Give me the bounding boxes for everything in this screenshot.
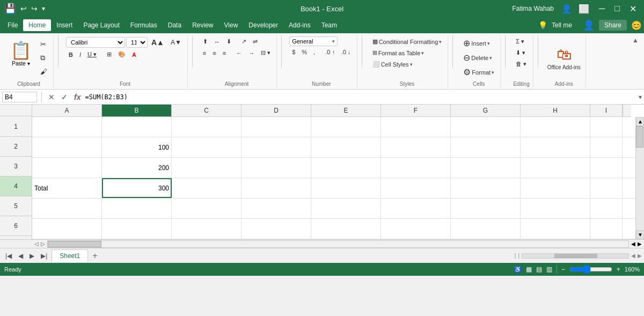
cell-c4[interactable] (172, 178, 241, 198)
italic-button[interactable]: I (77, 50, 84, 60)
h-scroll-left[interactable]: ◁ (34, 241, 39, 247)
number-format-select[interactable]: General ▾ (289, 36, 338, 46)
cell-e3[interactable] (311, 158, 381, 178)
copy-button[interactable]: ⧉ (38, 52, 50, 64)
menu-view[interactable]: View (219, 19, 244, 31)
sheet-tab-sheet1[interactable]: Sheet1 (52, 249, 88, 262)
borders-button[interactable]: ⊞ (104, 49, 114, 60)
increase-indent-button[interactable]: → (246, 48, 257, 58)
corner-header[interactable] (0, 105, 32, 116)
close-button[interactable]: ✕ (626, 3, 640, 15)
confirm-formula-button[interactable]: ✓ (59, 93, 70, 101)
vertical-scrollbar[interactable]: ▲ ▼ (635, 117, 644, 239)
align-bottom-button[interactable]: ⬇ (224, 36, 234, 47)
cell-e1[interactable] (311, 117, 381, 137)
cell-i4[interactable] (590, 178, 623, 198)
sheet-tab-prev-button[interactable]: ◀ (15, 251, 26, 261)
cell-h1[interactable] (521, 117, 590, 137)
cell-g6[interactable] (451, 219, 521, 239)
formula-input[interactable] (85, 93, 636, 101)
cell-i3[interactable] (590, 158, 623, 178)
cell-h4[interactable] (521, 178, 590, 198)
fill-color-button[interactable]: 🎨 (115, 49, 128, 60)
view-page-break-button[interactable]: ▥ (546, 266, 552, 273)
row-header-6[interactable]: 6 (0, 216, 32, 236)
cell-c3[interactable] (172, 158, 241, 178)
col-header-c[interactable]: C (172, 105, 241, 116)
scroll-down-button[interactable]: ▼ (636, 230, 644, 239)
cell-g5[interactable] (451, 199, 521, 218)
comma-button[interactable]: , (311, 47, 318, 57)
cell-b5[interactable] (102, 199, 172, 218)
cell-i6[interactable] (590, 219, 623, 239)
profile-icon[interactable]: 👤 (561, 4, 572, 14)
align-right-button[interactable]: ≡ (220, 48, 229, 58)
collapse-ribbon-button[interactable]: ▲ (632, 36, 639, 44)
cell-d2[interactable] (241, 137, 311, 157)
accessibility-icon[interactable]: ♿ (514, 266, 522, 273)
undo-icon[interactable]: ↩ (20, 4, 27, 13)
ribbon-display-options[interactable]: ⬜ (575, 3, 592, 15)
decrease-indent-button[interactable]: ← (233, 48, 245, 58)
maximize-button[interactable]: □ (611, 3, 623, 14)
formula-expand-button[interactable]: ▾ (639, 93, 642, 101)
row-header-3[interactable]: 3 (0, 157, 32, 177)
decrease-decimal-button[interactable]: .0 ↓ (339, 47, 354, 57)
sheet-tab-first-button[interactable]: |◀ (2, 251, 15, 261)
cell-a2[interactable] (32, 137, 102, 157)
cell-h6[interactable] (521, 219, 590, 239)
cut-button[interactable]: ✂ (38, 39, 50, 50)
font-color-button[interactable]: A (129, 50, 139, 60)
grow-font-button[interactable]: A▲ (149, 36, 167, 48)
insert-function-button[interactable]: fx (72, 93, 83, 101)
clear-button[interactable]: 🗑 ▾ (513, 59, 529, 69)
cell-f6[interactable] (381, 219, 451, 239)
page-scroll-right[interactable]: ▶ (638, 253, 642, 259)
h-scroll-right[interactable]: ▷ (41, 241, 45, 247)
cell-a5[interactable] (32, 199, 102, 218)
menu-developer[interactable]: Developer (243, 19, 283, 31)
font-name-select[interactable]: Calibri (66, 37, 125, 48)
cell-reference-box[interactable]: B4 (2, 92, 37, 102)
tell-me-label[interactable]: Tell me (552, 21, 572, 29)
menu-data[interactable]: Data (163, 19, 187, 31)
cell-f1[interactable] (381, 117, 451, 137)
cell-b2[interactable]: 100 (102, 137, 172, 157)
row-header-4[interactable]: 4 (0, 177, 32, 196)
col-header-d[interactable]: D (241, 105, 311, 116)
cancel-formula-button[interactable]: ✕ (46, 93, 57, 101)
office-add-ins-button[interactable]: 🛍 Office Add-ins (546, 41, 582, 75)
cell-d4[interactable] (241, 178, 311, 198)
minimize-button[interactable]: ─ (596, 3, 608, 14)
underline-button[interactable]: U ▾ (85, 49, 99, 60)
zoom-slider[interactable] (569, 265, 612, 274)
format-as-table-button[interactable]: ⊞ Format as Table ▾ (370, 48, 427, 58)
fill-button[interactable]: ⬇ ▾ (513, 48, 528, 58)
menu-formulas[interactable]: Formulas (125, 19, 163, 31)
delete-cells-button[interactable]: ⊖ Delete ▾ (460, 51, 495, 64)
cell-c6[interactable] (172, 219, 241, 239)
col-header-f[interactable]: F (381, 105, 451, 116)
percent-button[interactable]: % (299, 47, 310, 57)
more-commands-icon[interactable]: ▾ (42, 5, 45, 12)
col-header-g[interactable]: G (451, 105, 521, 116)
cell-h2[interactable] (521, 137, 590, 157)
scroll-thumb[interactable] (636, 126, 643, 148)
cell-f5[interactable] (381, 199, 451, 218)
cell-c5[interactable] (172, 199, 241, 218)
page-scroll-left[interactable]: ◀ (631, 253, 635, 259)
format-cells-button[interactable]: ⚙ Format ▾ (460, 65, 497, 79)
row-header-2[interactable]: 2 (0, 137, 32, 157)
menu-review[interactable]: Review (187, 19, 218, 31)
menu-file[interactable]: File (2, 19, 23, 31)
cell-h5[interactable] (521, 199, 590, 218)
zoom-in-button[interactable]: + (617, 266, 620, 273)
menu-team[interactable]: Team (316, 19, 342, 31)
cell-c2[interactable] (172, 137, 241, 157)
col-header-e[interactable]: E (311, 105, 381, 116)
zoom-out-button[interactable]: − (561, 266, 565, 273)
cell-g2[interactable] (451, 137, 521, 157)
sheet-tab-last-button[interactable]: ▶| (38, 251, 50, 261)
h-scroll-thumb[interactable] (48, 241, 101, 247)
increase-decimal-button[interactable]: .0 ↑ (323, 47, 338, 57)
